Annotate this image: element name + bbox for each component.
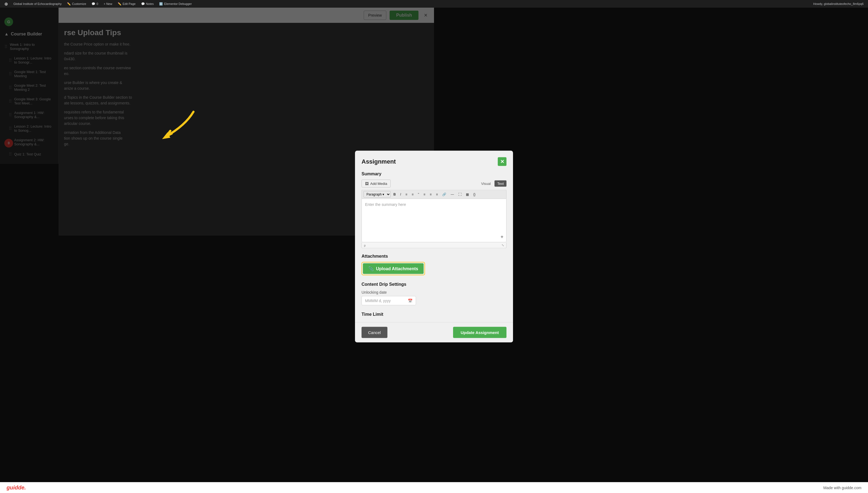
ul-button[interactable]: ≡: [404, 192, 409, 197]
modal-title: Assignment: [362, 158, 396, 165]
admin-bar: ⊕ Global Institute of Echocardiography ✏…: [0, 0, 434, 8]
editor-footer: p ⤡: [362, 242, 434, 247]
summary-editor[interactable]: Enter the summary here ✦: [362, 199, 434, 242]
editor-toolbar: Paragraph ▾ B I ≡ ≡ " ≡ ≡ ≡ 🔗 — ⛶ ▦ {}: [362, 190, 434, 199]
edit-page-link[interactable]: ✏️ Edit Page: [115, 0, 138, 8]
editor-actions: 🖼 Add Media Visual Text: [362, 180, 434, 188]
add-media-button[interactable]: 🖼 Add Media: [362, 180, 391, 188]
italic-button[interactable]: I: [398, 192, 403, 197]
align-left-button[interactable]: ≡: [422, 192, 427, 197]
paragraph-select[interactable]: Paragraph ▾: [363, 191, 391, 198]
site-name[interactable]: Global Institute of Echocardiography: [11, 0, 64, 8]
quote-button[interactable]: ": [416, 192, 421, 197]
customize-link[interactable]: ✏️ Customize: [65, 0, 88, 8]
add-media-icon: 🖼: [365, 181, 369, 186]
assignment-modal: Assignment ✕ Summary 🖼 Add Media Visual …: [355, 151, 434, 247]
notes-link[interactable]: 💬 Notes: [139, 0, 156, 8]
ol-button[interactable]: ≡: [410, 192, 415, 197]
summary-label: Summary: [362, 172, 434, 176]
modal-header: Assignment ✕: [362, 157, 434, 166]
align-center-button[interactable]: ≡: [428, 192, 433, 197]
wp-icon: ⊕: [4, 1, 8, 6]
bold-button[interactable]: B: [392, 192, 397, 197]
new-link[interactable]: + New: [101, 0, 114, 8]
wp-logo[interactable]: ⊕: [2, 0, 10, 8]
summary-section: Summary 🖼 Add Media Visual Text Paragrap…: [362, 172, 434, 247]
elementor-debugger-link[interactable]: ℹ️ Elementor Debugger: [157, 0, 194, 8]
comments-link[interactable]: 💬 0: [89, 0, 100, 8]
